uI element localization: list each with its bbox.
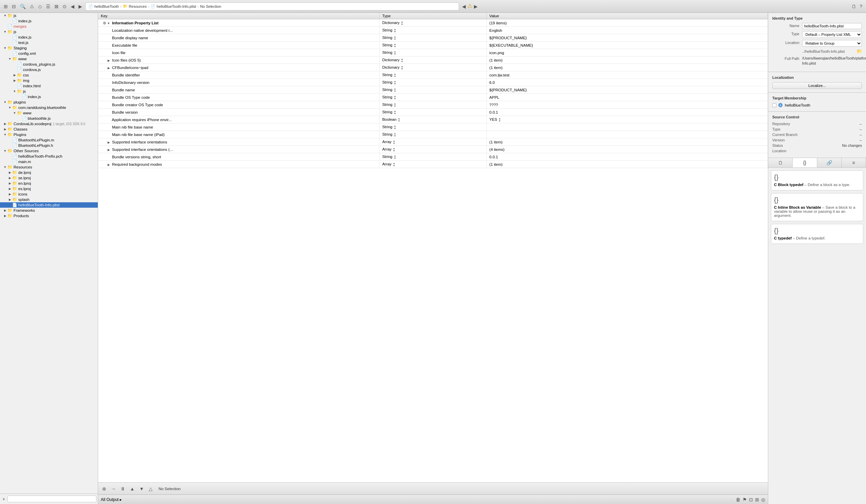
filter-btn[interactable]: ⊡ — [749, 497, 753, 502]
type-stepper-8[interactable]: ▲▼ — [394, 80, 396, 85]
sidebar-item-js3[interactable]: 📁js — [0, 89, 98, 94]
sidebar-item-www[interactable]: 📁www — [0, 56, 98, 61]
table-row[interactable]: Supported interface orientationsArray▲▼(… — [98, 138, 768, 146]
sidebar-item-cordovalib[interactable]: 📁CordovaLib.xcodeproj1 target, iOS SDK 8… — [0, 121, 98, 126]
table-row[interactable]: Main nib file base name (iPad)String▲▼ — [98, 131, 768, 138]
scheme-btn[interactable]: ⊟ — [11, 3, 17, 10]
circle-btn[interactable]: ◎ — [761, 497, 765, 502]
expand-btn-19[interactable] — [106, 163, 111, 166]
all-output-label[interactable]: All Output ▸ — [101, 497, 122, 502]
type-stepper-14[interactable]: ▲▼ — [394, 125, 396, 130]
sidebar-item-cordova-js[interactable]: 📄cordova.js — [0, 67, 98, 72]
table-row[interactable]: Bundle versionString▲▼0.0.1 — [98, 109, 768, 116]
table-row[interactable]: Supported interface orientations (...Arr… — [98, 146, 768, 153]
sidebar-item-bluetoothle-js[interactable]: 📄bluetoothle.js — [0, 116, 98, 121]
target-checkbox[interactable] — [772, 103, 776, 107]
plist-up2-btn[interactable]: △ — [147, 485, 154, 492]
table-row[interactable]: Localization native development r...Stri… — [98, 27, 768, 34]
sidebar-item-bluetooth-h[interactable]: 📄BluetoothLePlugin.h — [0, 143, 98, 148]
sidebar-item-cordova-plugins-js[interactable]: 📄cordova_plugins.js — [0, 61, 98, 67]
sidebar-item-classes[interactable]: 📁Classes — [0, 126, 98, 132]
sidebar-item-index-js[interactable]: 📄index.js — [0, 18, 98, 24]
table-row[interactable]: Bundle creator OS Type codeString▲▼???? — [98, 101, 768, 109]
type-stepper-18[interactable]: ▲▼ — [394, 155, 396, 159]
type-stepper-7[interactable]: ▲▼ — [394, 73, 396, 77]
table-row[interactable]: Required background modesArray▲▼(1 item) — [98, 161, 768, 168]
type-stepper-11[interactable]: ▲▼ — [394, 102, 396, 107]
back-btn[interactable]: ◀ — [70, 3, 76, 10]
sidebar-item-frameworks[interactable]: 📁Frameworks — [0, 208, 98, 213]
breadcrumb-project[interactable]: helloBlueTooth — [95, 4, 119, 9]
type-stepper-0[interactable]: ▲▼ — [401, 21, 403, 25]
forward-btn[interactable]: ▶ — [77, 3, 83, 10]
sidebar-item-en-lproj[interactable]: 📁en.lproj — [0, 181, 98, 186]
sidebar-item-products[interactable]: 📁Products — [0, 213, 98, 219]
help-btn[interactable]: ? — [858, 3, 863, 10]
localize-btn[interactable]: Localize... — [772, 82, 862, 89]
sidebar-item-index-js2[interactable]: 📄index.js — [0, 34, 98, 40]
warning-nav-btn[interactable]: ⚠ — [29, 3, 35, 10]
plist-add-btn[interactable]: ⊕ — [101, 485, 108, 492]
tab-code-btn[interactable]: {} — [792, 158, 817, 167]
breakpoint-btn[interactable]: ◇ — [37, 3, 43, 10]
expand-btn-5[interactable] — [106, 59, 111, 62]
root-add-btn[interactable]: ⊕ — [103, 21, 106, 25]
flag-btn[interactable]: ⚑ — [743, 497, 747, 502]
add-file-btn[interactable]: 🗋 — [851, 3, 857, 10]
type-stepper-12[interactable]: ▲▼ — [394, 110, 396, 115]
expand-btn-6[interactable] — [106, 66, 111, 70]
sidebar-item-main-m[interactable]: 📄main.m — [0, 159, 98, 164]
table-row[interactable]: Application requires iPhone envir...Bool… — [98, 116, 768, 123]
table-row[interactable]: ⊕ Information Property ListDictionary▲▼(… — [98, 19, 768, 27]
table-row[interactable]: Bundle identifierString▲▼com.ljw.test — [98, 71, 768, 79]
sidebar-item-bluetooth-m[interactable]: 📄BluetoothLePlugin.m — [0, 137, 98, 143]
table-row[interactable]: Bundle display nameString▲▼${PRODUCT_NAM… — [98, 34, 768, 42]
type-stepper-19[interactable]: ▲▼ — [393, 162, 395, 167]
table-row[interactable]: InfoDictionary versionString▲▼6.0 — [98, 79, 768, 86]
sidebar-item-js2[interactable]: 📁js — [0, 29, 98, 34]
sidebar-item-test-js[interactable]: 📄test.js — [0, 40, 98, 45]
breadcrumb-resources[interactable]: Resources — [129, 4, 147, 9]
sidebar-item-splash[interactable]: 📁splash — [0, 197, 98, 202]
sidebar-item-es-lproj[interactable]: 📁es.lproj — [0, 186, 98, 191]
type-select[interactable]: Default – Property List XML — [802, 31, 862, 38]
type-stepper-13[interactable]: ▲▼ — [398, 117, 400, 122]
sidebar-item-se-lproj[interactable]: 📁se.lproj — [0, 175, 98, 181]
sidebar-item-plugins[interactable]: 📁plugins — [0, 99, 98, 105]
type-stepper-9[interactable]: ▲▼ — [394, 88, 396, 92]
type-stepper-5[interactable]: ▲▼ — [401, 58, 403, 63]
snippet-item-0[interactable]: {}C Block typedef – Define a block as a … — [771, 170, 863, 190]
breadcrumb-plist[interactable]: helloBlueTooth-Info.plist — [157, 4, 196, 9]
sidebar-item-prefix-pch[interactable]: 📄helloBlueTooth-Prefix.pch — [0, 154, 98, 159]
sidebar-item-www2[interactable]: 📁www — [0, 110, 98, 116]
type-stepper-15[interactable]: ▲▼ — [394, 132, 396, 137]
sidebar-item-index-html[interactable]: 📄index.html — [0, 83, 98, 89]
diff-btn[interactable]: ⊠ — [54, 3, 59, 10]
sidebar-add-btn[interactable]: + — [1, 495, 6, 503]
type-stepper-2[interactable]: ▲▼ — [394, 35, 396, 40]
sidebar-item-plist-file[interactable]: 📄helloBlueTooth-Info.plist — [0, 202, 98, 208]
sidebar-item-plugins2[interactable]: 📁Plugins — [0, 132, 98, 137]
plist-arrow-btn[interactable]: → — [110, 485, 117, 492]
sidebar-item-config-xml[interactable]: 📄config.xml — [0, 51, 98, 56]
table-row[interactable]: Icon fileString▲▼icon.png — [98, 49, 768, 56]
sidebar-item-js-root[interactable]: 📁js — [0, 13, 98, 18]
sidebar-item-index-js3[interactable]: 📄index.js — [0, 94, 98, 99]
plist-up-btn[interactable]: ▲ — [129, 485, 136, 492]
sidebar-item-other-sources[interactable]: 📁Other Sources — [0, 148, 98, 154]
plist-table-area[interactable]: Key Type Value ⊕ Information Property Li… — [98, 13, 768, 482]
table-row[interactable]: Bundle nameString▲▼${PRODUCT_NAME} — [98, 86, 768, 94]
snippet-item-1[interactable]: {}C Inline Block as Variable – Save a bl… — [771, 193, 863, 221]
name-input[interactable] — [802, 23, 862, 29]
sidebar-item-merges[interactable]: 📄merges — [0, 24, 98, 29]
table-row[interactable]: Bundle versions string, shortString▲▼0.0… — [98, 153, 768, 161]
grid-btn[interactable]: ⊞ — [755, 497, 759, 502]
sidebar-item-com-randdusing[interactable]: 📁com.randdusing.bluetoothle — [0, 105, 98, 110]
search-btn[interactable]: 🔍 — [19, 3, 27, 10]
nav-right-btn[interactable]: ▶ — [473, 3, 479, 10]
tab-link-btn[interactable]: 🔗 — [817, 158, 842, 167]
nav-left-btn[interactable]: ◀ — [461, 3, 467, 10]
tab-file-btn[interactable]: 🗋 — [768, 158, 792, 167]
type-stepper-1[interactable]: ▲▼ — [394, 28, 396, 33]
more-btn[interactable]: ⊙ — [62, 3, 68, 10]
